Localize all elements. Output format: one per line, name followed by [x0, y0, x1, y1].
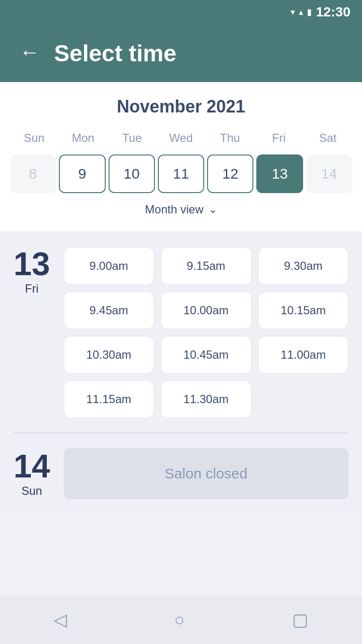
slot-945am[interactable]: 9.45am	[64, 292, 154, 329]
slot-1045am[interactable]: 10.45am	[161, 336, 251, 374]
salon-closed-banner: Salon closed	[64, 448, 348, 499]
date-10[interactable]: 10	[109, 154, 155, 193]
back-button[interactable]: ←	[19, 42, 40, 62]
day-name-13: Fri	[25, 282, 39, 295]
weekday-sat: Sat	[304, 126, 352, 150]
calendar-month: November 2021	[10, 97, 352, 117]
day-section-14: 14 Sun Salon closed	[0, 434, 362, 514]
date-13[interactable]: 13	[256, 154, 303, 193]
slot-1100am[interactable]: 11.00am	[258, 336, 348, 374]
calendar-dates: 8 9 10 11 12 13 14	[10, 154, 352, 193]
nav-back-button[interactable]: ◁	[39, 605, 82, 635]
day-number-13: 13	[14, 247, 50, 280]
day-number-block-13: 13 Fri	[14, 247, 50, 295]
nav-home-button[interactable]: ○	[160, 605, 199, 635]
time-slots-grid-13: 9.00am 9.15am 9.30am 9.45am 10.00am 10.1…	[64, 247, 348, 418]
slot-1000am[interactable]: 10.00am	[161, 292, 251, 329]
date-9[interactable]: 9	[59, 154, 105, 193]
closed-content: 14 Sun Salon closed	[14, 448, 348, 499]
weekday-tue: Tue	[108, 126, 156, 150]
day-header-13: 13 Fri 9.00am 9.15am 9.30am 9.45am 10.00…	[14, 247, 348, 418]
status-icons: ▾ ▴ ▮ 12:30	[291, 4, 350, 20]
slot-1130am[interactable]: 11.30am	[161, 380, 251, 418]
slot-900am[interactable]: 9.00am	[64, 247, 154, 285]
date-8[interactable]: 8	[10, 154, 56, 193]
status-time: 12:30	[316, 4, 350, 20]
date-14[interactable]: 14	[306, 154, 352, 193]
bottom-nav: ◁ ○ ▢	[0, 596, 362, 644]
slot-915am[interactable]: 9.15am	[161, 247, 251, 285]
nav-recent-button[interactable]: ▢	[278, 605, 323, 635]
signal-icon: ▴	[299, 7, 303, 17]
day-section-13: 13 Fri 9.00am 9.15am 9.30am 9.45am 10.00…	[0, 233, 362, 433]
day-number-block-14: 14 Sun	[14, 449, 50, 498]
slot-930am[interactable]: 9.30am	[258, 247, 348, 285]
weekday-sun: Sun	[10, 126, 58, 150]
battery-icon: ▮	[307, 7, 312, 17]
weekday-thu: Thu	[206, 126, 254, 150]
weekday-wed: Wed	[156, 126, 205, 150]
day-name-14: Sun	[21, 484, 42, 498]
wifi-icon: ▾	[291, 7, 295, 17]
slot-1030am[interactable]: 10.30am	[64, 336, 154, 374]
page-title: Select time	[54, 40, 176, 67]
date-11[interactable]: 11	[158, 154, 204, 193]
status-bar: ▾ ▴ ▮ 12:30	[0, 0, 362, 24]
month-view-label: Month view	[145, 203, 203, 216]
slot-1015am[interactable]: 10.15am	[258, 292, 348, 329]
weekday-fri: Fri	[254, 126, 303, 150]
month-view-toggle[interactable]: Month view ⌄	[10, 193, 352, 221]
calendar-section: November 2021 Sun Mon Tue Wed Thu Fri Sa…	[0, 82, 362, 231]
weekday-mon: Mon	[58, 126, 107, 150]
date-12[interactable]: 12	[207, 154, 253, 193]
calendar-weekdays: Sun Mon Tue Wed Thu Fri Sat	[10, 126, 352, 150]
day-number-14: 14	[14, 449, 50, 482]
chevron-down-icon: ⌄	[209, 203, 217, 216]
slot-1115am[interactable]: 11.15am	[64, 380, 154, 418]
header: ← Select time	[0, 24, 362, 82]
